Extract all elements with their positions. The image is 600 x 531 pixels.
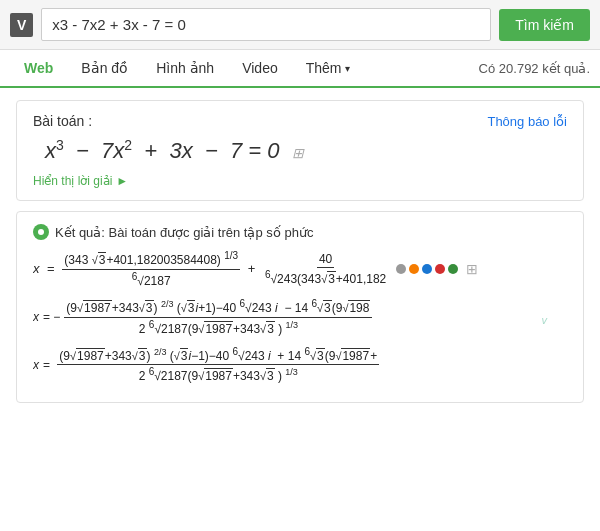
dot-green — [448, 264, 458, 274]
problem-label: Bài toán : — [33, 113, 92, 129]
fraction-3: (9√1987+343√3) 2/3 (√3i+1)−40 6√243 i − … — [64, 298, 372, 336]
fraction-4: (9√1987+343√3) 2/3 (√3i−1)−40 6√243 i + … — [57, 346, 379, 384]
report-link[interactable]: Thông báo lỗi — [487, 114, 567, 129]
problem-header: Bài toán : Thông báo lỗi — [33, 113, 567, 129]
dot-gray — [396, 264, 406, 274]
fraction-2: 40 6√243(343√3+401,182 — [263, 252, 388, 287]
math-line-3: x = (9√1987+343√3) 2/3 (√3i−1)−40 6√243 … — [33, 346, 567, 384]
result-dot-icon — [33, 224, 49, 240]
tab-more[interactable]: Thêm ▾ — [292, 50, 364, 86]
content: Bài toán : Thông báo lỗi x3 − 7x2 + 3x −… — [0, 88, 600, 415]
math-results: v x = (343 √3+401,182003584408) 1/3 6√21… — [33, 250, 567, 389]
result-section: Kết quả: Bài toán được giải trên tập số … — [16, 211, 584, 402]
equation-display: x3 − 7x2 + 3x − 7 = 0 ⊞ — [45, 137, 567, 164]
tab-hinh-anh[interactable]: Hình ảnh — [142, 50, 228, 88]
more-label: Thêm — [306, 60, 342, 76]
logo: V — [10, 13, 33, 37]
tab-ban-do[interactable]: Bản đồ — [67, 50, 142, 88]
result-text: Kết quả: Bài toán được giải trên tập số … — [55, 225, 313, 240]
problem-section: Bài toán : Thông báo lỗi x3 − 7x2 + 3x −… — [16, 100, 584, 201]
x-var-1: x — [33, 255, 40, 284]
dot-blue — [422, 264, 432, 274]
dot-red — [435, 264, 445, 274]
nav-tabs: Web Bản đồ Hình ảnh Video Thêm ▾ Có 20.7… — [0, 50, 600, 88]
color-dots — [396, 264, 458, 274]
math-line-1: x = (343 √3+401,182003584408) 1/3 6√2187… — [33, 250, 567, 288]
header: V Tìm kiếm — [0, 0, 600, 50]
play-icon: ► — [116, 174, 128, 188]
copy-equation-icon[interactable]: ⊞ — [292, 145, 304, 161]
chevron-down-icon: ▾ — [345, 63, 350, 74]
math-line-2: x = − (9√1987+343√3) 2/3 (√3i+1)−40 6√24… — [33, 298, 567, 336]
copy-icon-1[interactable]: ⊞ — [466, 254, 478, 285]
dot-orange — [409, 264, 419, 274]
show-solution-button[interactable]: Hiển thị lời giải ► — [33, 174, 567, 188]
tab-video[interactable]: Video — [228, 50, 292, 88]
show-solution-label: Hiển thị lời giải — [33, 174, 112, 188]
fraction-1: (343 √3+401,182003584408) 1/3 6√2187 — [62, 250, 240, 288]
search-button[interactable]: Tìm kiếm — [499, 9, 590, 41]
tab-web[interactable]: Web — [10, 50, 67, 88]
results-count: Có 20.792 kết quả. — [479, 51, 590, 86]
search-input[interactable] — [41, 8, 491, 41]
result-header: Kết quả: Bài toán được giải trên tập số … — [33, 224, 567, 240]
